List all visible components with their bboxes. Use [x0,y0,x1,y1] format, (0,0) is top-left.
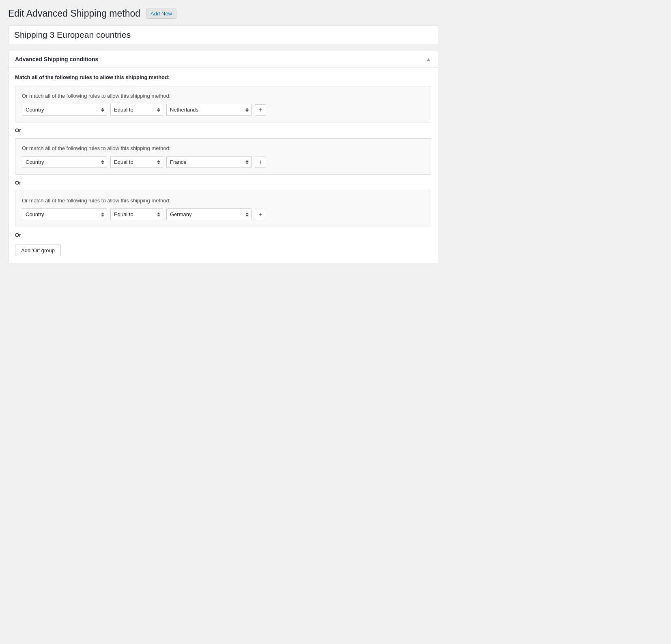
rule-row-1: Country Weight Subtotal Quantity Equal t… [22,104,424,116]
or-label-3: Or [15,232,431,238]
collapse-icon[interactable]: ▲ [426,56,431,62]
operator-select-2[interactable]: Equal to Not equal to Greater than Less … [110,156,163,168]
add-condition-button-2[interactable]: + [255,157,266,168]
shipping-title-container [8,26,438,44]
operator-select-3[interactable]: Equal to Not equal to Greater than Less … [110,208,163,220]
rule-group-3: Or match all of the following rules to a… [15,191,431,227]
add-new-button[interactable]: Add New [146,9,176,19]
value-select-3[interactable]: Germany Netherlands France Belgium Spain… [166,208,252,220]
shipping-title-input[interactable] [14,30,432,40]
rule-row-2: Country Weight Subtotal Quantity Equal t… [22,156,424,168]
rule-group-1-label: Or match all of the following rules to a… [22,93,424,99]
rule-group-2-label: Or match all of the following rules to a… [22,145,424,151]
conditions-panel-header: Advanced Shipping conditions ▲ [9,51,438,68]
operator-select-1[interactable]: Equal to Not equal to Greater than Less … [110,104,163,116]
value-select-2[interactable]: France Netherlands Germany Belgium Spain… [166,156,252,168]
value-select-1[interactable]: Netherlands France Germany Belgium Spain… [166,104,252,116]
rule-group-1: Or match all of the following rules to a… [15,86,431,122]
page-title: Edit Advanced Shipping method [8,8,140,19]
condition-select-1[interactable]: Country Weight Subtotal Quantity [22,104,107,116]
match-all-label: Match all of the following rules to allo… [15,74,431,80]
or-label-1: Or [15,127,431,133]
add-condition-button-3[interactable]: + [255,209,266,220]
add-condition-button-1[interactable]: + [255,104,266,116]
conditions-panel: Advanced Shipping conditions ▲ Match all… [8,51,438,263]
condition-select-2[interactable]: Country Weight Subtotal Quantity [22,156,107,168]
rule-group-3-label: Or match all of the following rules to a… [22,197,424,204]
rule-group-2: Or match all of the following rules to a… [15,138,431,175]
add-or-group-button[interactable]: Add 'Or' group [15,245,61,256]
rule-row-3: Country Weight Subtotal Quantity Equal t… [22,208,424,220]
condition-select-3[interactable]: Country Weight Subtotal Quantity [22,208,107,220]
or-label-2: Or [15,180,431,186]
conditions-panel-title: Advanced Shipping conditions [15,56,98,62]
conditions-panel-body: Match all of the following rules to allo… [9,68,438,263]
